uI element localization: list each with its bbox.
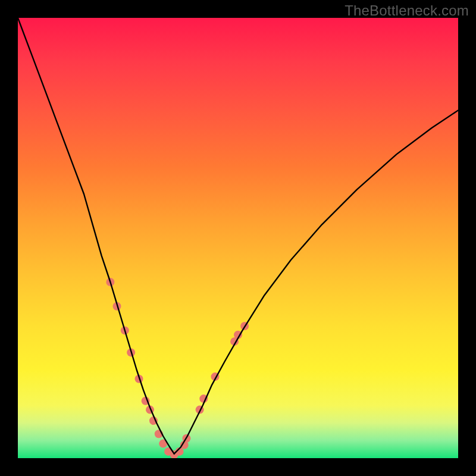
series-left-curve xyxy=(18,18,174,454)
plot-area xyxy=(18,18,458,458)
chart-frame: TheBottleneck.com xyxy=(0,0,476,476)
marker-layer xyxy=(106,278,249,458)
chart-svg xyxy=(18,18,458,458)
curve-layer xyxy=(18,18,458,454)
series-right-curve xyxy=(174,110,458,453)
watermark-text: TheBottleneck.com xyxy=(345,2,469,19)
